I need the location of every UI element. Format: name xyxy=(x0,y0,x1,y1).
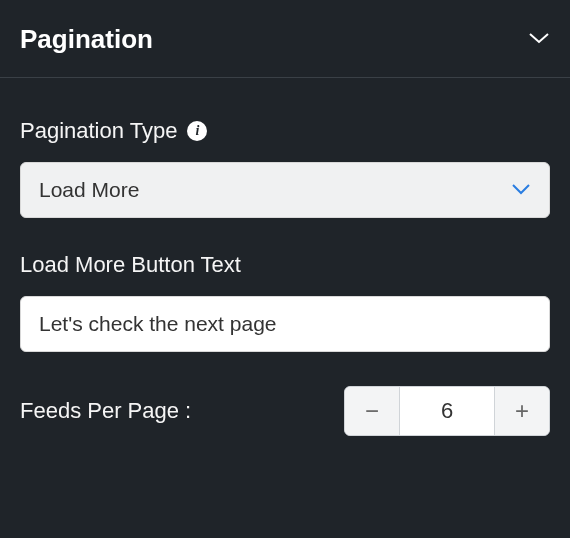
pagination-type-field: Pagination Type i Load More xyxy=(20,118,550,218)
pagination-type-select[interactable]: Load More xyxy=(20,162,550,218)
chevron-down-icon xyxy=(511,181,531,199)
info-icon[interactable]: i xyxy=(187,121,207,141)
feeds-per-page-value: 6 xyxy=(399,387,495,435)
field-label-row: Pagination Type i xyxy=(20,118,550,144)
button-text-field: Load More Button Text xyxy=(20,252,550,352)
decrement-button[interactable]: − xyxy=(345,387,399,435)
feeds-per-page-field: Feeds Per Page : − 6 + xyxy=(20,386,550,436)
button-text-input[interactable] xyxy=(20,296,550,352)
panel-title: Pagination xyxy=(20,24,153,55)
feeds-per-page-label: Feeds Per Page : xyxy=(20,398,191,424)
panel-body: Pagination Type i Load More Load More Bu… xyxy=(0,78,570,456)
chevron-down-icon xyxy=(528,31,550,49)
feeds-per-page-stepper: − 6 + xyxy=(344,386,550,436)
button-text-label: Load More Button Text xyxy=(20,252,241,278)
pagination-type-label: Pagination Type xyxy=(20,118,177,144)
increment-button[interactable]: + xyxy=(495,387,549,435)
panel-header[interactable]: Pagination xyxy=(0,0,570,78)
field-label-row: Load More Button Text xyxy=(20,252,550,278)
pagination-type-value: Load More xyxy=(39,178,139,202)
